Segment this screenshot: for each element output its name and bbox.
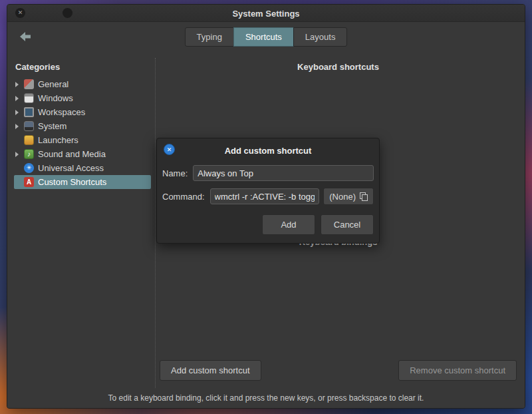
- close-icon: ✕: [18, 10, 23, 16]
- name-input[interactable]: [193, 165, 374, 181]
- expander-icon[interactable]: [15, 82, 24, 87]
- sidebar-item-label: Sound and Media: [38, 149, 106, 159]
- sidebar-item-label: Windows: [38, 93, 73, 103]
- tab-layouts[interactable]: Layouts: [293, 27, 348, 47]
- dialog-header: ✕ Add custom shortcut: [162, 142, 374, 158]
- sidebar-item-universal-access[interactable]: ✳ Universal Access: [14, 161, 151, 175]
- toolbar: Typing Shortcuts Layouts: [7, 22, 525, 51]
- tab-shortcuts[interactable]: Shortcuts: [233, 27, 294, 47]
- sidebar-item-workspaces[interactable]: Workspaces: [14, 105, 151, 119]
- close-icon: ✕: [167, 146, 172, 153]
- sidebar-item-launchers[interactable]: Launchers: [14, 133, 151, 147]
- statusbar: To edit a keyboard binding, click it and…: [7, 388, 525, 408]
- sidebar-item-system[interactable]: System: [14, 119, 151, 133]
- sound-icon: ♪: [24, 149, 34, 159]
- name-row: Name:: [162, 165, 374, 181]
- system-settings-window: ✕ System Settings Typing Shortcuts Layou…: [7, 4, 525, 409]
- dialog-cancel-button[interactable]: Cancel: [321, 214, 374, 235]
- command-label: Command:: [162, 192, 205, 202]
- sidebar-item-label: Workspaces: [38, 107, 85, 117]
- sidebar-item-custom-shortcuts[interactable]: A Custom Shortcuts: [14, 175, 151, 189]
- expander-icon[interactable]: [15, 96, 24, 101]
- command-browse-button[interactable]: (None): [323, 188, 374, 205]
- universal-access-icon: ✳: [24, 163, 34, 173]
- shortcuts-panel: Keyboard shortcuts Keyboard bindings Add…: [155, 58, 521, 388]
- general-icon: [24, 79, 34, 89]
- sidebar-item-label: Launchers: [38, 135, 78, 145]
- window-minimize-button[interactable]: [63, 8, 72, 18]
- none-button-label: (None): [329, 192, 356, 202]
- tab-typing[interactable]: Typing: [185, 27, 234, 47]
- copy-icon: [360, 192, 368, 201]
- tab-group: Typing Shortcuts Layouts: [185, 27, 348, 47]
- sidebar-item-label: Universal Access: [38, 163, 104, 173]
- expander-icon[interactable]: [15, 110, 24, 115]
- back-button[interactable]: [17, 29, 34, 44]
- expander-icon[interactable]: [15, 124, 24, 129]
- panel-buttons-row: Add custom shortcut Remove custom shortc…: [158, 359, 518, 388]
- status-text: To edit a keyboard binding, click it and…: [108, 393, 424, 403]
- dialog-title: Add custom shortcut: [225, 146, 312, 156]
- window-title: System Settings: [7, 5, 525, 22]
- sidebar-item-general[interactable]: General: [14, 77, 151, 91]
- custom-shortcuts-icon: A: [24, 177, 34, 187]
- sidebar-item-label: General: [38, 79, 68, 89]
- launchers-icon: [24, 135, 34, 145]
- keyboard-bindings-list[interactable]: [158, 250, 518, 359]
- add-custom-shortcut-button[interactable]: Add custom shortcut: [160, 360, 261, 381]
- remove-custom-shortcut-button[interactable]: Remove custom shortcut: [398, 360, 517, 381]
- command-row: Command: (None): [162, 188, 374, 205]
- windows-icon: [24, 93, 34, 103]
- titlebar[interactable]: ✕ System Settings: [7, 5, 525, 22]
- content-area: Categories General Windows Workspaces: [7, 51, 525, 388]
- command-input[interactable]: [210, 188, 320, 204]
- sidebar-item-sound-and-media[interactable]: ♪ Sound and Media: [14, 147, 151, 161]
- dialog-close-button[interactable]: ✕: [164, 144, 175, 155]
- sidebar-item-label: Custom Shortcuts: [38, 177, 106, 187]
- categories-sidebar: Categories General Windows Workspaces: [9, 58, 152, 388]
- dialog-add-button[interactable]: Add: [262, 214, 315, 235]
- workspaces-icon: [24, 107, 34, 117]
- keyboard-shortcuts-header: Keyboard shortcuts: [158, 58, 518, 75]
- dialog-buttons-row: Add Cancel: [162, 214, 374, 235]
- sidebar-item-windows[interactable]: Windows: [14, 91, 151, 105]
- sidebar-item-label: System: [38, 121, 66, 131]
- desktop-background: ✕ System Settings Typing Shortcuts Layou…: [0, 0, 532, 414]
- window-close-button[interactable]: ✕: [15, 8, 25, 18]
- add-custom-shortcut-dialog: ✕ Add custom shortcut Name: Command: (No…: [156, 138, 380, 244]
- expander-icon[interactable]: [15, 152, 24, 157]
- system-icon: [24, 121, 34, 131]
- back-arrow-icon: [20, 32, 31, 41]
- name-label: Name:: [162, 168, 188, 178]
- categories-header: Categories: [15, 62, 152, 72]
